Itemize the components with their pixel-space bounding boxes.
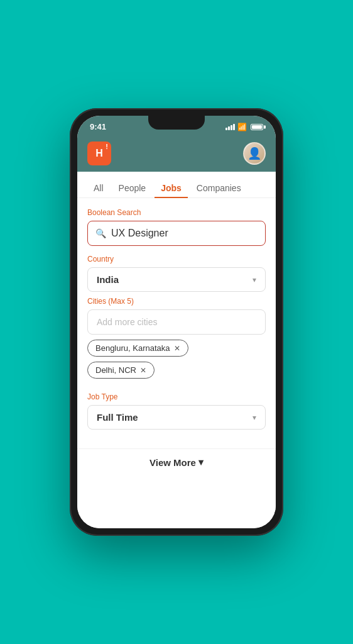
- city-tag-bengaluru-remove[interactable]: ✕: [174, 344, 180, 353]
- job-type-chevron-icon: ▾: [253, 413, 256, 422]
- job-type-label: Job Type: [87, 392, 266, 401]
- notch: [148, 116, 205, 130]
- country-value: India: [97, 274, 119, 285]
- tab-people[interactable]: People: [112, 179, 153, 198]
- battery-icon: [251, 124, 263, 130]
- phone-screen: 9:41 📶 H 👤: [77, 116, 276, 528]
- tab-all[interactable]: All: [87, 179, 110, 198]
- signal-icon: [225, 124, 235, 130]
- search-icon: 🔍: [95, 228, 106, 238]
- view-more-button[interactable]: View More ▾: [77, 448, 276, 475]
- boolean-search-input[interactable]: UX Designer: [111, 228, 168, 239]
- status-icons: 📶: [225, 123, 263, 131]
- cities-label: Cities (Max 5): [87, 297, 266, 306]
- city-tag-delhi: Delhi, NCR ✕: [87, 362, 155, 379]
- tab-companies[interactable]: Companies: [190, 179, 247, 198]
- tab-jobs[interactable]: Jobs: [155, 179, 188, 198]
- wifi-icon: 📶: [237, 123, 247, 131]
- city-tag-bengaluru: Bengluru, Karnataka ✕: [87, 340, 188, 357]
- app-header: H 👤: [77, 136, 276, 172]
- chevron-down-icon: ▾: [253, 275, 256, 284]
- city-tag-delhi-remove[interactable]: ✕: [140, 366, 146, 375]
- city-tag-delhi-label: Delhi, NCR: [95, 365, 136, 375]
- cities-input-field[interactable]: Add more cities: [87, 309, 266, 335]
- tabs: All People Jobs Companies: [77, 172, 276, 198]
- country-label: Country: [87, 255, 266, 264]
- avatar[interactable]: 👤: [243, 142, 266, 165]
- city-tags-container: Bengluru, Karnataka ✕ Delhi, NCR ✕: [87, 340, 266, 384]
- content-area: All People Jobs Companies Boolean Search…: [77, 172, 276, 528]
- country-dropdown[interactable]: India ▾: [87, 267, 266, 292]
- job-type-value: Full Time: [97, 412, 138, 423]
- view-more-label: View More: [149, 457, 196, 468]
- job-type-dropdown[interactable]: Full Time ▾: [87, 405, 266, 430]
- cities-placeholder: Add more cities: [97, 317, 157, 327]
- view-more-chevron-icon: ▾: [198, 457, 204, 468]
- app-logo: H: [87, 142, 111, 165]
- search-form: Boolean Search 🔍 UX Designer Country Ind…: [77, 198, 276, 448]
- logo-text: H: [95, 148, 103, 159]
- city-tag-bengaluru-label: Bengluru, Karnataka: [95, 343, 170, 353]
- status-time: 9:41: [90, 122, 106, 131]
- phone-frame: 9:41 📶 H 👤: [70, 108, 283, 536]
- boolean-search-field[interactable]: 🔍 UX Designer: [87, 221, 266, 246]
- boolean-search-label: Boolean Search: [87, 208, 266, 217]
